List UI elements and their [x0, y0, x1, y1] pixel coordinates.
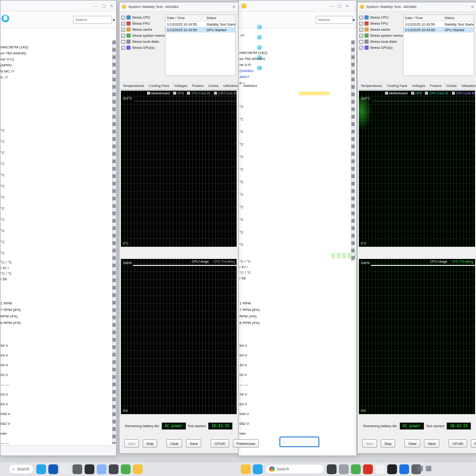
app-icon[interactable] [327, 464, 337, 474]
start-button[interactable]: Start [362, 439, 377, 448]
tab[interactable]: Powers [190, 82, 206, 89]
folder-icon[interactable] [241, 464, 251, 474]
tab[interactable]: Powers [428, 82, 444, 89]
preferences-button[interactable]: Preferences [471, 439, 476, 448]
stress-option[interactable]: Stress local disks [121, 39, 164, 45]
stress-option[interactable]: ✓ Stress GPU(s) [121, 45, 164, 51]
tab[interactable]: Cooling Fans [146, 82, 172, 89]
stop-button[interactable]: Stop [143, 439, 157, 448]
onedrive-icon[interactable] [97, 464, 106, 474]
stop-button[interactable]: Stop [381, 439, 395, 448]
clear-button[interactable]: Clear [166, 439, 182, 448]
highlighted-row[interactable] [299, 92, 330, 95]
minimize-icon[interactable]: — [329, 4, 333, 8]
stress-option[interactable]: Stress local disks [359, 39, 402, 45]
tab[interactable]: Voltages [410, 82, 428, 89]
tray-icon[interactable] [417, 466, 423, 471]
highlighted-row-green[interactable] [331, 253, 360, 258]
sensor-category-icon[interactable] [257, 35, 262, 40]
stress-option[interactable]: ✓ Stress system memory [121, 33, 164, 39]
app-icon[interactable] [363, 464, 373, 474]
chrome-icon[interactable] [121, 464, 131, 474]
legend-toggle[interactable]: ✓ CPU Core #1 [425, 92, 449, 95]
checkbox[interactable] [121, 40, 125, 44]
sensor-category-icon[interactable] [257, 25, 262, 29]
checkbox[interactable]: ✓ [359, 28, 363, 32]
sensor-category-icon[interactable] [257, 45, 262, 50]
checkbox[interactable]: ✓ [359, 46, 363, 50]
checkbox[interactable]: ✓ [121, 34, 125, 38]
stress-option[interactable]: ✓ Stress FPU [359, 20, 402, 26]
stress-option[interactable]: ✓ Stress FPU [121, 20, 164, 26]
legend-toggle[interactable]: ✓ CPU Core #2 [452, 92, 475, 95]
close-icon[interactable]: ✕ [345, 4, 349, 8]
checkbox[interactable]: ✓ [359, 16, 363, 20]
checkbox[interactable]: ✓ [121, 16, 125, 20]
save-button[interactable]: Save [424, 439, 439, 448]
log-row[interactable]: 1/13/2025 10:43:55 GPU Started [403, 27, 474, 33]
start-button[interactable]: Start [124, 439, 139, 448]
stress-option[interactable]: ✓ Stress cache [121, 26, 164, 33]
ok-button[interactable] [279, 436, 319, 447]
stress-option[interactable]: ✓ Stress cache [359, 26, 402, 33]
search-input[interactable] [73, 16, 112, 24]
tab[interactable]: Cooling Fans [384, 82, 410, 89]
log-row[interactable]: 1/13/2025 10:43:55 Stability Test Starte… [403, 21, 474, 27]
search-pill-right[interactable]: Search [265, 464, 324, 474]
tab[interactable]: Clocks [206, 82, 221, 89]
tray-icon[interactable] [426, 466, 431, 471]
app-icon[interactable] [109, 464, 119, 474]
scrollbar[interactable] [351, 40, 355, 262]
cpuid-button[interactable]: CPUID [211, 439, 229, 448]
mail-icon[interactable] [60, 464, 70, 474]
notepad-icon[interactable] [375, 464, 385, 474]
preferences-button[interactable]: Preferences [233, 439, 259, 448]
tab[interactable]: Utilization [459, 82, 476, 89]
search-input[interactable] [316, 16, 353, 24]
stress-option[interactable]: ✓ Stress system memory [359, 33, 402, 39]
folder-icon[interactable] [133, 464, 143, 474]
close-icon[interactable]: ✕ [470, 5, 474, 9]
checkbox[interactable] [359, 40, 363, 44]
tab[interactable]: Clocks [444, 82, 459, 89]
log-row[interactable]: 1/13/2025 10:43:55 GPU Started [165, 27, 235, 33]
legend-toggle[interactable]: ✓ CPU Core #1 [187, 92, 211, 95]
checkbox[interactable]: ✓ [121, 22, 125, 26]
close-icon[interactable]: ✕ [232, 5, 236, 9]
checkbox[interactable]: ✓ [121, 28, 125, 32]
legend-toggle[interactable]: ✓ Motherboard [385, 92, 408, 95]
terminal-icon[interactable] [85, 464, 94, 474]
save-button[interactable]: Save [186, 439, 201, 448]
settings-icon[interactable] [73, 464, 82, 474]
legend-toggle[interactable]: ✓ Motherboard [147, 92, 170, 95]
tab[interactable]: Temperatures [358, 82, 384, 89]
tab[interactable]: Temperatures [120, 82, 146, 89]
legend-toggle[interactable]: ✓ CPU Core #2 [214, 92, 237, 95]
edge-icon[interactable] [48, 464, 58, 474]
start-icon[interactable] [36, 464, 46, 474]
chrome-icon[interactable] [351, 464, 361, 474]
checkbox[interactable]: ✓ [359, 34, 363, 38]
legend-toggle[interactable]: ✓ CPU [411, 92, 422, 95]
tab[interactable]: Statistics [241, 82, 259, 89]
search-go-icon[interactable] [353, 19, 355, 21]
stress-option[interactable]: ✓ Stress CPU [359, 14, 402, 20]
settings-icon[interactable] [339, 464, 349, 474]
stress-option[interactable]: ✓ Stress GPU(s) [359, 45, 402, 51]
maximize-icon[interactable]: ▢ [102, 4, 106, 8]
search-go-icon[interactable] [113, 19, 115, 21]
clear-button[interactable]: Clear [404, 439, 420, 448]
start-icon[interactable] [253, 464, 263, 474]
legend-toggle[interactable]: ✓ CPU [173, 92, 184, 95]
log-row[interactable]: 1/13/2025 10:43:55 Stability Test Starte… [165, 21, 235, 27]
app-icon[interactable] [399, 464, 409, 474]
close-icon[interactable]: ✕ [110, 4, 113, 8]
checkbox[interactable]: ✓ [121, 46, 125, 50]
terminal-icon[interactable] [387, 464, 397, 474]
tab[interactable]: Utilization [221, 82, 241, 89]
maximize-icon[interactable]: ▢ [337, 4, 342, 8]
tab[interactable]: Voltages [172, 82, 190, 89]
checkbox[interactable]: ✓ [359, 22, 363, 26]
search-pill-left[interactable]: ⌕ Search [8, 464, 34, 474]
cpuid-button[interactable]: CPUID [449, 439, 467, 448]
